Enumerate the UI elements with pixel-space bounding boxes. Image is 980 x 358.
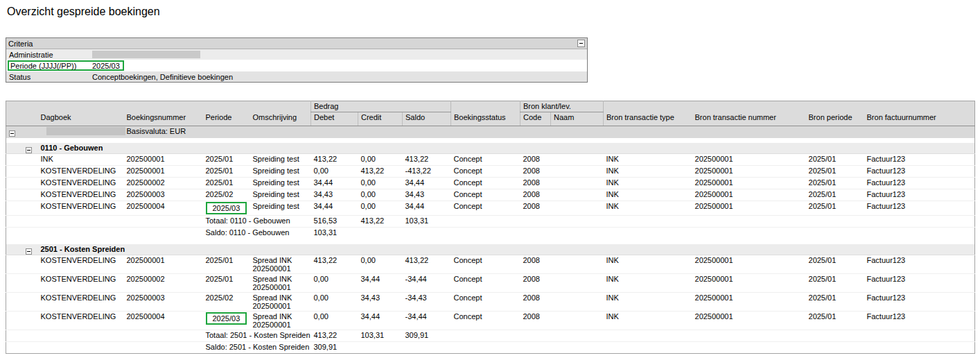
cell-bron-factuurnummer: Factuur123 bbox=[864, 166, 975, 178]
saldo-label: Saldo: 2501 - Kosten Spreiden bbox=[203, 342, 311, 354]
header-spacer bbox=[451, 101, 520, 112]
empty-cell bbox=[6, 228, 203, 239]
criteria-label-periode: Periode (JJJJ(/PP)) bbox=[10, 62, 92, 70]
cell-dagboek: KOSTENVERDELING bbox=[38, 189, 124, 201]
header-columns-row: Dagboek Boekingsnummer Periode Omschrijv… bbox=[6, 112, 975, 126]
bookings-report-table: Bedrag Bron klant/lev. Dagboek Boekingsn… bbox=[6, 101, 975, 354]
cell-credit: 0,00 bbox=[358, 189, 403, 201]
criteria-row-periode: Periode (JJJJ(/PP)) 2025/03 bbox=[6, 60, 587, 71]
table-row: KOSTENVERDELING 202500001 2025/01 Spread… bbox=[6, 255, 975, 274]
cell-boekingsstatus: Concept bbox=[451, 293, 520, 312]
empty-cell bbox=[6, 255, 20, 274]
group-total-row: Totaal: 0110 - Gebouwen 516,53 413,22 10… bbox=[6, 216, 975, 228]
cell-credit: 413,22 bbox=[358, 166, 403, 178]
empty-cell bbox=[6, 244, 20, 255]
cell-credit: 34,44 bbox=[358, 274, 403, 293]
periode-highlight-box: 2025/03 bbox=[206, 202, 247, 214]
cell-omschrijving: Spreiding test bbox=[250, 154, 311, 166]
cell-bron-factuurnummer: Factuur123 bbox=[864, 189, 975, 201]
cell-omschrijving: Spreiding test bbox=[250, 166, 311, 178]
cell-dagboek: KOSTENVERDELING bbox=[38, 201, 124, 216]
minus-bar bbox=[10, 133, 14, 134]
cell-dagboek: INK bbox=[38, 154, 124, 166]
cell-debet: 0,00 bbox=[311, 274, 358, 293]
cell-bron-transactie-type: INK bbox=[604, 154, 692, 166]
empty-cell bbox=[6, 143, 20, 154]
saldo-value: 103,31 bbox=[311, 228, 358, 239]
cell-bron-factuurnummer: Factuur123 bbox=[864, 201, 975, 216]
cell-debet: 0,00 bbox=[311, 293, 358, 312]
cell-periode: 2025/02 bbox=[203, 189, 250, 201]
cell-saldo: 34,44 bbox=[403, 178, 451, 189]
group-2501-collapse-icon[interactable] bbox=[26, 248, 32, 255]
empty-cell bbox=[20, 293, 38, 312]
cell-saldo: -34,43 bbox=[403, 293, 451, 312]
cell-bron-transactie-nummer: 202500001 bbox=[692, 293, 806, 312]
cell-boekingsnummer: 202500002 bbox=[124, 274, 203, 293]
cell-naam-redacted bbox=[551, 201, 604, 216]
empty-cell bbox=[6, 189, 20, 201]
empty-cell bbox=[6, 274, 20, 293]
empty-cell bbox=[20, 166, 38, 178]
cell-bron-factuurnummer: Factuur123 bbox=[864, 312, 975, 330]
cell-bron-periode: 2025/01 bbox=[806, 166, 864, 178]
col-expander-outer bbox=[6, 112, 20, 126]
cell-bron-transactie-type: INK bbox=[604, 189, 692, 201]
col-header-bron-factuurnummer: Bron factuurnummer bbox=[864, 112, 975, 126]
total-saldo: 309,91 bbox=[403, 330, 451, 342]
group-header-0110: 0110 - Gebouwen bbox=[6, 143, 975, 154]
saldo-label: Saldo: 0110 - Gebouwen bbox=[203, 228, 311, 239]
cell-naam-redacted bbox=[551, 154, 604, 166]
total-saldo: 103,31 bbox=[403, 216, 451, 228]
criteria-label-administratie: Administratie bbox=[9, 51, 92, 59]
cell-boekingsnummer: 202500003 bbox=[124, 189, 203, 201]
empty-cell bbox=[20, 154, 38, 166]
criteria-row-status: Status Conceptboekingen, Definitieve boe… bbox=[6, 71, 587, 82]
cell-bron-transactie-type: INK bbox=[604, 312, 692, 330]
cell-boekingsnummer: 202500001 bbox=[124, 255, 203, 274]
base-currency-label: Basisvaluta: EUR bbox=[124, 126, 975, 138]
minus-bar bbox=[579, 43, 583, 44]
col-header-naam: Naam bbox=[551, 112, 604, 126]
cell-bron-factuurnummer: Factuur123 bbox=[864, 178, 975, 189]
outer-collapse-cell bbox=[6, 126, 20, 138]
criteria-collapse-icon[interactable] bbox=[577, 40, 585, 47]
empty-cell bbox=[6, 166, 20, 178]
cell-saldo: 413,22 bbox=[403, 255, 451, 274]
criteria-row-administratie: Administratie bbox=[6, 49, 587, 60]
group-total-row: Totaal: 2501 - Kosten Spreiden 413,22 10… bbox=[6, 330, 975, 342]
cell-naam-redacted bbox=[551, 293, 604, 312]
cell-bron-factuurnummer: Factuur123 bbox=[864, 255, 975, 274]
empty-cell bbox=[6, 201, 20, 216]
administratie-redacted-value bbox=[92, 51, 200, 58]
col-header-boekingsnummer: Boekingsnummer bbox=[124, 112, 203, 126]
cell-bron-transactie-type: INK bbox=[604, 201, 692, 216]
group-0110-collapse-icon[interactable] bbox=[26, 147, 32, 153]
collapse-all-icon[interactable] bbox=[9, 130, 15, 137]
header-group-bron-klant: Bron klant/lev. bbox=[520, 101, 604, 112]
cell-dagboek: KOSTENVERDELING bbox=[38, 178, 124, 189]
col-header-boekingsstatus: Boekingsstatus bbox=[451, 112, 520, 126]
cell-bron-periode: 2025/01 bbox=[806, 178, 864, 189]
cell-bron-factuurnummer: Factuur123 bbox=[864, 274, 975, 293]
cell-debet: 413,22 bbox=[311, 255, 358, 274]
page-title: Overzicht gespreide boekingen bbox=[7, 6, 160, 18]
empty-cell bbox=[6, 330, 203, 342]
criteria-header: Criteria bbox=[6, 38, 587, 49]
table-row: KOSTENVERDELING 202500003 2025/02 Spread… bbox=[6, 293, 975, 312]
cell-credit: 0,00 bbox=[358, 255, 403, 274]
cell-credit: 0,00 bbox=[358, 154, 403, 166]
col-header-credit: Credit bbox=[358, 112, 403, 126]
col-header-saldo: Saldo bbox=[403, 112, 451, 126]
empty-cell bbox=[6, 293, 20, 312]
cell-bron-transactie-nummer: 202500001 bbox=[692, 274, 806, 293]
criteria-value-periode: 2025/03 bbox=[92, 62, 120, 70]
cell-code: 2008 bbox=[520, 293, 551, 312]
header-spacer bbox=[6, 101, 311, 112]
cell-bron-transactie-nummer: 202500001 bbox=[692, 255, 806, 274]
cell-code: 2008 bbox=[520, 312, 551, 330]
col-header-periode: Periode bbox=[203, 112, 250, 126]
cell-periode: 2025/01 bbox=[203, 166, 250, 178]
cell-boekingsstatus: Concept bbox=[451, 201, 520, 216]
table-row: KOSTENVERDELING 202500004 2025/03 Spread… bbox=[6, 312, 975, 330]
